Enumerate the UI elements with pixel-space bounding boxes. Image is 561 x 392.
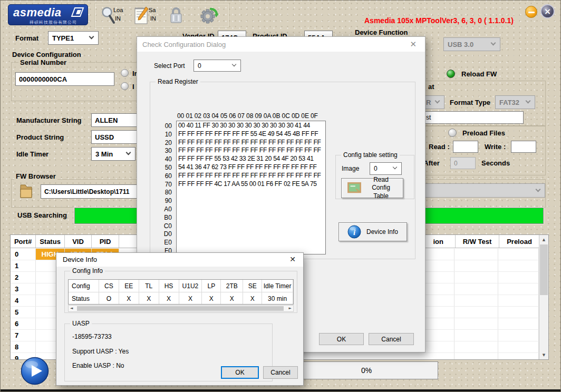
config-info-cell: X [243,292,262,305]
hex-row-value [177,238,325,247]
column-header-port-[interactable]: Port# [11,235,36,248]
check-dialog-cancel-button[interactable]: Cancel [369,333,414,345]
reload-fw-label: Reload FW [461,70,497,78]
serial-number-value: 0000000000CA [19,75,67,83]
device-info-titlebar[interactable]: Device Info ✕ [56,253,303,267]
fw-file-dropdown[interactable] [415,183,545,198]
config-info-cell: 2TB [221,280,243,292]
idle-timer-dropdown[interactable]: 3 Min [91,147,136,161]
table-cell [454,353,498,360]
column-header-pid[interactable]: PID [92,235,119,248]
select-port-dropdown[interactable]: 0 [194,60,241,72]
save-ini-label-line1: Sa [149,7,156,13]
scroll-up-arrow[interactable]: ▲ [539,235,548,244]
save-ini-button[interactable] [133,6,149,25]
config-info-cell: Idle Timer [262,280,293,292]
scroll-down-arrow[interactable]: ▼ [539,350,548,359]
config-table-setting-label: Config table setting [341,151,400,159]
cancel-label: Cancel [381,336,401,343]
after-seconds-field[interactable]: 0 [450,157,476,169]
triangle-left-icon[interactable]: ◄ [70,306,73,310]
hex-row-label: B0 [158,214,172,222]
hex-row-label: 90 [158,197,172,205]
check-dialog-close-icon[interactable]: ✕ [410,40,417,49]
config-info-scrollbar[interactable]: ◄ ► [68,305,294,312]
hscroll-thumb[interactable] [77,306,284,311]
read-config-table-button[interactable]: Read Config Table [341,178,403,198]
config-info-cell: HS [159,280,179,292]
device-info-button[interactable]: i Device Info [338,222,407,241]
radio-option-1[interactable] [121,69,129,77]
folder-browse-button[interactable] [18,182,33,199]
progress-value: 0% [361,366,372,375]
preload-files-led[interactable] [448,129,457,137]
column-header-status[interactable]: Status [36,235,65,248]
read-field[interactable] [453,141,478,153]
partition-value-fragment: R [426,99,431,106]
lock-icon [169,17,183,26]
image-dropdown[interactable]: 0 [370,162,402,175]
format-type-label: Format Type [450,99,490,106]
read-register-group-label: Read Register [156,78,200,85]
close-button[interactable]: × [540,4,555,18]
write-field[interactable] [511,141,536,153]
check-dialog-ok-button[interactable]: OK [319,333,364,345]
lock-button[interactable] [169,6,183,24]
usb-searching-label: USB Searching [17,211,67,219]
config-info-cell: X [119,292,139,305]
settings-refresh-button[interactable] [199,5,219,25]
column-header-preload[interactable]: Preload [499,235,540,248]
hex-row-label: E0 [158,239,172,247]
seconds-label: Seconds [481,159,510,167]
hex-row-label: 30 [158,147,172,155]
start-button[interactable] [21,357,49,385]
serial-number-field[interactable]: 0000000000CA [15,72,114,86]
info-icon: i [347,225,361,239]
preload-files-label: Preload Files [461,129,507,137]
hex-column-header: 00 01 02 03 04 05 06 07 08 09 0A 0B 0C 0… [177,112,318,120]
hex-row-value: FF FF FF FF FF FF FF FF 55 4E 49 54 45 4… [177,130,325,139]
progress-bar: 0% [295,361,438,379]
check-dialog-titlebar[interactable]: Check Configuration Dialog ✕ [137,37,425,52]
reload-fw-led[interactable] [447,70,455,78]
table-cell [454,272,498,283]
table-cell: 8 [11,341,36,352]
hex-row-value [177,197,325,205]
port-table-scrollbar[interactable]: ▲ ▼ [539,235,548,359]
config-info-cell: 30 min [262,292,293,305]
triangle-up-icon: ▲ [543,238,545,242]
play-icon [21,378,49,387]
hex-row-value: 00 40 11 FF 30 30 30 30 30 30 30 30 30 3… [177,122,325,130]
brand-subtitle: 祥碩科技股份有限公司 [30,19,77,25]
config-info-header-row: ConfigCSEETLHSU1U2LP2TBSEIdle Timer [69,280,293,292]
device-info-button-label: Device Info [366,228,398,236]
device-info-cancel-button[interactable]: Cancel [263,366,298,379]
uasp-line-1: -18595-73733 [72,333,112,340]
device-info-title: Device Info [63,256,97,263]
column-header-vid[interactable]: VID [65,235,92,248]
hex-row-value: FF FF FF FF FF FF FF FF FF FF FF FF FF F… [177,139,325,147]
load-ini-label-line2: IN [115,15,121,22]
hex-dump-box[interactable]: 00 40 11 FF 30 30 30 30 30 30 30 30 30 3… [176,121,326,254]
radio-option-2[interactable] [121,82,129,90]
triangle-right-icon[interactable]: ► [289,306,292,310]
config-info-cell: X [202,292,221,305]
format-dropdown[interactable]: TYPE1 [48,31,99,45]
hex-row-value [177,188,325,197]
scroll-thumb[interactable] [540,244,548,295]
device-info-dialog: Device Info ✕ Config Info ConfigCSEETLHS… [56,252,304,386]
device-function-dropdown[interactable]: USB 3.0 [443,37,500,51]
fw-path-value: C:\Users\Little\Desktop\1711 [44,188,129,195]
chevron-down-icon [526,99,531,104]
config-info-group-label: Config Info [70,267,105,275]
device-info-ok-button[interactable]: OK [221,366,259,379]
column-header-r-w-test[interactable]: R/W Test [456,235,499,248]
config-info-cell: Status [69,292,99,305]
config-info-cell: LP [202,280,221,292]
device-info-close-icon[interactable]: ✕ [289,255,296,263]
hex-row-labels: 00102030405060708090A0B0C0D0E0F0 [158,122,172,256]
format-type-dropdown[interactable]: FAT32 [495,95,535,109]
folder-icon [18,192,33,201]
minimize-button[interactable] [525,6,537,18]
check-dialog-title: Check Configuration Dialog [142,41,226,48]
